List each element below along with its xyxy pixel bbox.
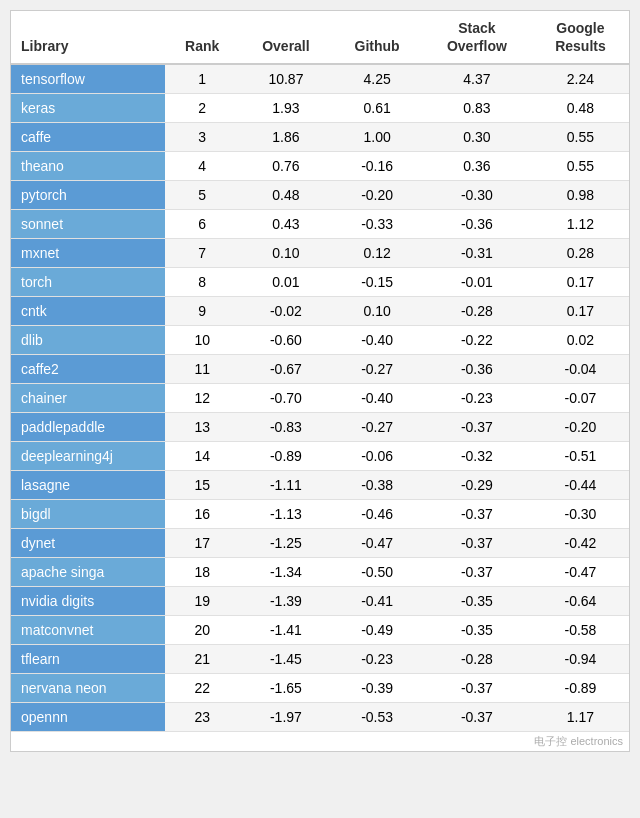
- cell-stackoverflow: -0.36: [422, 210, 532, 239]
- cell-overall: -0.02: [240, 297, 333, 326]
- cell-github: -0.49: [332, 616, 422, 645]
- table-row: torch80.01-0.15-0.010.17: [11, 268, 629, 297]
- cell-github: -0.23: [332, 645, 422, 674]
- table-row: cntk9-0.020.10-0.280.17: [11, 297, 629, 326]
- cell-google: 0.17: [532, 297, 629, 326]
- cell-library: lasagne: [11, 471, 165, 500]
- cell-github: -0.41: [332, 587, 422, 616]
- cell-overall: -1.41: [240, 616, 333, 645]
- cell-github: 0.61: [332, 94, 422, 123]
- table-row: tflearn21-1.45-0.23-0.28-0.94: [11, 645, 629, 674]
- cell-library: chainer: [11, 384, 165, 413]
- cell-overall: 0.48: [240, 181, 333, 210]
- cell-google: -0.58: [532, 616, 629, 645]
- cell-stackoverflow: -0.36: [422, 355, 532, 384]
- table-row: matconvnet20-1.41-0.49-0.35-0.58: [11, 616, 629, 645]
- cell-overall: -1.13: [240, 500, 333, 529]
- cell-stackoverflow: -0.37: [422, 413, 532, 442]
- cell-library: nervana neon: [11, 674, 165, 703]
- cell-rank: 12: [165, 384, 240, 413]
- cell-rank: 4: [165, 152, 240, 181]
- cell-library: tensorflow: [11, 64, 165, 94]
- cell-overall: -0.70: [240, 384, 333, 413]
- header-library: Library: [11, 11, 165, 64]
- table-row: tensorflow110.874.254.372.24: [11, 64, 629, 94]
- cell-overall: -0.60: [240, 326, 333, 355]
- cell-library: caffe: [11, 123, 165, 152]
- cell-github: 0.12: [332, 239, 422, 268]
- cell-google: 0.48: [532, 94, 629, 123]
- cell-rank: 1: [165, 64, 240, 94]
- cell-rank: 9: [165, 297, 240, 326]
- cell-google: -0.51: [532, 442, 629, 471]
- cell-google: -0.64: [532, 587, 629, 616]
- cell-google: -0.20: [532, 413, 629, 442]
- cell-google: 0.55: [532, 152, 629, 181]
- cell-rank: 8: [165, 268, 240, 297]
- table-row: nvidia digits19-1.39-0.41-0.35-0.64: [11, 587, 629, 616]
- cell-overall: -0.83: [240, 413, 333, 442]
- table-row: dlib10-0.60-0.40-0.220.02: [11, 326, 629, 355]
- cell-google: -0.89: [532, 674, 629, 703]
- cell-google: 1.17: [532, 703, 629, 732]
- table-row: apache singa18-1.34-0.50-0.37-0.47: [11, 558, 629, 587]
- cell-overall: -1.39: [240, 587, 333, 616]
- cell-github: -0.46: [332, 500, 422, 529]
- cell-stackoverflow: -0.23: [422, 384, 532, 413]
- cell-library: torch: [11, 268, 165, 297]
- cell-stackoverflow: 0.83: [422, 94, 532, 123]
- cell-google: 1.12: [532, 210, 629, 239]
- header-row: Library Rank Overall Github StackOverflo…: [11, 11, 629, 64]
- table-row: paddlepaddle13-0.83-0.27-0.37-0.20: [11, 413, 629, 442]
- cell-rank: 16: [165, 500, 240, 529]
- cell-google: -0.07: [532, 384, 629, 413]
- cell-overall: -0.67: [240, 355, 333, 384]
- watermark: 电子控 electronics: [11, 732, 629, 752]
- cell-overall: 10.87: [240, 64, 333, 94]
- cell-rank: 15: [165, 471, 240, 500]
- cell-library: matconvnet: [11, 616, 165, 645]
- cell-stackoverflow: -0.35: [422, 616, 532, 645]
- cell-github: -0.40: [332, 326, 422, 355]
- table-row: lasagne15-1.11-0.38-0.29-0.44: [11, 471, 629, 500]
- cell-stackoverflow: -0.37: [422, 500, 532, 529]
- cell-overall: 1.86: [240, 123, 333, 152]
- cell-stackoverflow: -0.29: [422, 471, 532, 500]
- cell-library: deeplearning4j: [11, 442, 165, 471]
- cell-stackoverflow: -0.37: [422, 558, 532, 587]
- cell-library: dlib: [11, 326, 165, 355]
- cell-github: -0.27: [332, 355, 422, 384]
- cell-library: theano: [11, 152, 165, 181]
- cell-google: 0.02: [532, 326, 629, 355]
- cell-overall: -0.89: [240, 442, 333, 471]
- cell-google: -0.04: [532, 355, 629, 384]
- table-row: sonnet60.43-0.33-0.361.12: [11, 210, 629, 239]
- cell-overall: 0.76: [240, 152, 333, 181]
- cell-library: nvidia digits: [11, 587, 165, 616]
- cell-google: 0.17: [532, 268, 629, 297]
- cell-overall: -1.45: [240, 645, 333, 674]
- cell-library: dynet: [11, 529, 165, 558]
- cell-github: 1.00: [332, 123, 422, 152]
- cell-rank: 21: [165, 645, 240, 674]
- cell-google: 0.28: [532, 239, 629, 268]
- cell-google: -0.30: [532, 500, 629, 529]
- main-container: Library Rank Overall Github StackOverflo…: [10, 10, 630, 752]
- cell-library: mxnet: [11, 239, 165, 268]
- cell-rank: 6: [165, 210, 240, 239]
- table-row: dynet17-1.25-0.47-0.37-0.42: [11, 529, 629, 558]
- cell-google: -0.42: [532, 529, 629, 558]
- cell-stackoverflow: -0.37: [422, 529, 532, 558]
- table-row: nervana neon22-1.65-0.39-0.37-0.89: [11, 674, 629, 703]
- cell-github: -0.15: [332, 268, 422, 297]
- cell-github: 0.10: [332, 297, 422, 326]
- cell-rank: 11: [165, 355, 240, 384]
- table-row: theano40.76-0.160.360.55: [11, 152, 629, 181]
- cell-library: keras: [11, 94, 165, 123]
- cell-rank: 7: [165, 239, 240, 268]
- cell-library: bigdl: [11, 500, 165, 529]
- table-row: pytorch50.48-0.20-0.300.98: [11, 181, 629, 210]
- cell-library: paddlepaddle: [11, 413, 165, 442]
- cell-overall: -1.25: [240, 529, 333, 558]
- cell-google: 2.24: [532, 64, 629, 94]
